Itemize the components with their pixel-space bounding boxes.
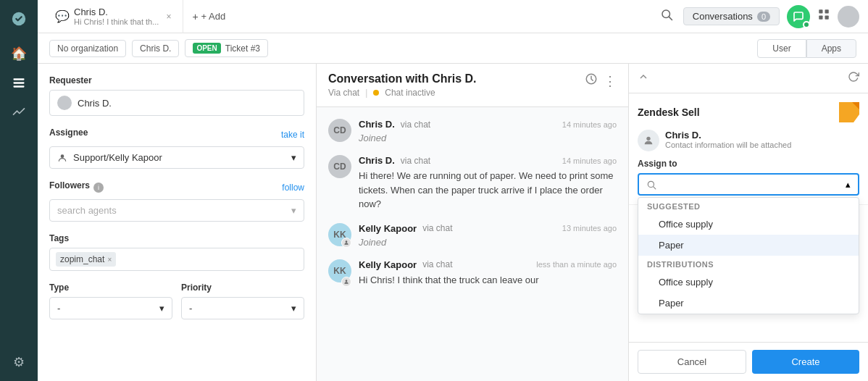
tab-chat-icon: 💬: [55, 9, 70, 23]
content-area: Requester Chris D. Assignee take it Supp…: [38, 64, 868, 381]
requester-value: Chris D.: [78, 98, 112, 109]
chat-meta: Via chat | Chat inactive: [328, 88, 476, 98]
tags-field: Tags zopim_chat ×: [49, 233, 304, 271]
sell-header: Zendesk Sell: [638, 102, 859, 122]
msg-header-3: Kelly Kapoor via chat 13 minutes ago: [359, 223, 617, 234]
msg-content-1: Chris D. via chat 14 minutes ago Joined: [359, 119, 617, 143]
svg-line-5: [669, 17, 672, 20]
dropdown-item-office-supply-suggested[interactable]: Office supply: [638, 214, 859, 235]
msg-sender-2: Chris D.: [359, 155, 395, 166]
tab-title: Chris D.: [74, 7, 159, 17]
add-label: + Add: [201, 11, 226, 22]
tags-container[interactable]: zopim_chat ×: [49, 248, 304, 271]
message-1: CD Chris D. via chat 14 minutes ago Join…: [328, 119, 617, 143]
left-panel: Requester Chris D. Assignee take it Supp…: [38, 64, 317, 381]
svg-line-18: [654, 186, 656, 188]
msg-header-1: Chris D. via chat 14 minutes ago: [359, 119, 617, 130]
assign-dropdown: Suggested Office supply Paper Distributi…: [638, 197, 859, 314]
message-4: KK Kelly Kapoor via chat less than a min…: [328, 259, 617, 288]
refresh-button[interactable]: [848, 71, 859, 85]
ticket-breadcrumb[interactable]: OPEN Ticket #3: [185, 39, 268, 57]
dropdown-item-paper-suggested[interactable]: Paper: [638, 235, 859, 256]
user-tab-button[interactable]: User: [757, 39, 806, 58]
active-tab[interactable]: 💬 Chris D. Hi Chris! I think that th... …: [46, 0, 183, 33]
user-breadcrumb[interactable]: Chris D.: [132, 40, 179, 57]
take-it-link[interactable]: take it: [281, 130, 304, 140]
ticket-label: Ticket #3: [225, 43, 260, 54]
chat-status-dot: [373, 90, 379, 96]
tickets-nav-icon[interactable]: [6, 70, 32, 96]
svg-rect-6: [819, 9, 822, 13]
followers-info-icon[interactable]: i: [93, 183, 104, 193]
msg-avatar-2: CD: [328, 155, 351, 178]
search-button[interactable]: [657, 5, 676, 28]
type-select[interactable]: - ▾: [49, 297, 172, 319]
priority-chevron: ▾: [291, 303, 296, 314]
assign-to-wrapper: ▴ Suggested Office supply Paper Distribu…: [638, 173, 859, 196]
assign-search-input[interactable]: [661, 179, 846, 190]
msg-via-3: via chat: [422, 223, 452, 233]
message-2: CD Chris D. via chat 14 minutes ago Hi t…: [328, 155, 617, 212]
svg-rect-9: [825, 16, 829, 20]
dropdown-item-label: Paper: [659, 298, 684, 309]
msg-content-2: Chris D. via chat 14 minutes ago Hi ther…: [359, 155, 617, 212]
follow-link[interactable]: follow: [282, 183, 304, 193]
requester-field: Requester Chris D.: [49, 75, 304, 116]
msg-body-2: Hi there! We are running out of paper. W…: [359, 169, 617, 212]
svg-rect-2: [14, 82, 25, 84]
requester-avatar: [57, 96, 72, 110]
no-org-breadcrumb[interactable]: No organization: [49, 40, 126, 57]
msg-badge-4: [341, 277, 351, 287]
more-icon[interactable]: ⋮: [604, 73, 617, 89]
chat-messages: CD Chris D. via chat 14 minutes ago Join…: [317, 107, 628, 381]
tags-label: Tags: [49, 233, 304, 243]
add-icon: +: [192, 11, 198, 22]
sidebar-nav: 🏠 ⚙: [0, 0, 38, 381]
dropdown-item-office-supply-distributions[interactable]: Office supply: [638, 272, 859, 293]
online-dot: [803, 21, 810, 28]
type-value: -: [57, 303, 60, 314]
svg-point-12: [346, 240, 348, 243]
home-nav-icon[interactable]: 🏠: [6, 41, 32, 67]
logo-icon[interactable]: [6, 6, 32, 32]
suggested-label: Suggested: [638, 198, 859, 214]
msg-badge-3: [341, 238, 351, 248]
main-area: 💬 Chris D. Hi Chris! I think that th... …: [38, 0, 868, 381]
apps-tab-button[interactable]: Apps: [806, 39, 856, 58]
settings-nav-icon[interactable]: ⚙: [6, 349, 32, 375]
add-tab-button[interactable]: + + Add: [183, 11, 234, 22]
msg-content-3: Kelly Kapoor via chat 13 minutes ago Joi…: [359, 223, 617, 248]
chat-via: Via chat: [328, 88, 359, 98]
assignee-select[interactable]: Support/Kelly Kapoor ▾: [49, 146, 304, 169]
collapse-button[interactable]: [638, 71, 649, 85]
cancel-button[interactable]: Cancel: [638, 350, 746, 374]
conversations-button[interactable]: Conversations 0: [683, 7, 780, 25]
msg-sender-1: Chris D.: [359, 119, 395, 130]
svg-rect-1: [14, 78, 25, 80]
svg-point-10: [61, 154, 64, 158]
requester-input[interactable]: Chris D.: [49, 90, 304, 116]
priority-select[interactable]: - ▾: [181, 297, 304, 319]
reports-nav-icon[interactable]: [6, 99, 32, 125]
dropdown-item-label: Office supply: [659, 219, 713, 230]
tag-remove-button[interactable]: ×: [107, 256, 112, 264]
sell-contact: Chris D. Contact information will be att…: [638, 130, 859, 151]
user-avatar[interactable]: [838, 6, 859, 28]
tab-close-button[interactable]: ×: [163, 10, 174, 23]
tab-bar: 💬 Chris D. Hi Chris! I think that th... …: [38, 0, 868, 33]
online-status-button[interactable]: [787, 5, 810, 28]
priority-label: Priority: [181, 282, 304, 293]
sell-contact-name: Chris D.: [665, 130, 791, 141]
create-button[interactable]: Create: [752, 350, 859, 374]
msg-avatar-wrapper-1: CD: [328, 119, 351, 143]
msg-avatar-wrapper-2: CD: [328, 155, 351, 212]
dropdown-item-paper-distributions[interactable]: Paper: [638, 293, 859, 314]
grid-icon-button[interactable]: [817, 8, 830, 25]
history-icon[interactable]: [585, 72, 598, 89]
msg-body-1: Joined: [359, 133, 617, 143]
msg-body-4: Hi Chris! I think that the truck can lea…: [359, 273, 617, 288]
chat-panel: Conversation with Chris D. Via chat | Ch…: [317, 64, 629, 381]
sell-contact-info: Chris D. Contact information will be att…: [665, 130, 791, 149]
followers-search[interactable]: search agents ▾: [49, 199, 304, 222]
sell-contact-icon: [638, 130, 659, 151]
